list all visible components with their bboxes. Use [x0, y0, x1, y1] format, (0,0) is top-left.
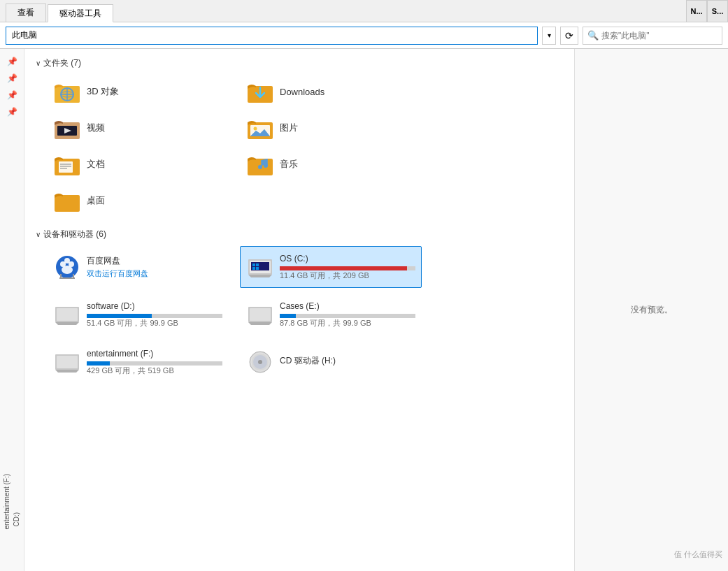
address-bar: 此电脑 ▾ ⟳ 🔍	[0, 22, 728, 49]
sidebar-label-cd: CD:)	[12, 474, 22, 526]
device-c-name: OS (C:)	[280, 254, 415, 263]
device-d-sub: 51.4 GB 可用，共 99.9 GB	[87, 318, 222, 328]
folder-downloads-label: Downloads	[280, 87, 324, 97]
folder-documents-icon	[53, 150, 81, 178]
pin-3[interactable]: 📌	[5, 88, 19, 102]
folder-desktop-icon	[53, 187, 81, 215]
device-cases-e[interactable]: Cases (E:) 87.8 GB 可用，共 99.9 GB	[240, 294, 422, 335]
folders-arrow: ∨	[36, 59, 41, 67]
svg-rect-25	[55, 195, 80, 212]
drive-c-icon	[246, 253, 274, 281]
device-e-info: Cases (E:) 87.8 GB 可用，共 99.9 GB	[280, 301, 415, 328]
svg-rect-44	[250, 308, 271, 321]
device-d-name: software (D:)	[87, 301, 222, 311]
svg-point-29	[64, 258, 70, 263]
svg-rect-37	[252, 263, 255, 266]
folder-3d[interactable]: 3D 对象	[47, 75, 229, 108]
tab-end-buttons: N... S...	[686, 0, 728, 22]
folders-section-title: 文件夹 (7)	[43, 57, 81, 69]
address-dropdown-button[interactable]: ▾	[542, 27, 556, 45]
tab-n-button[interactable]: N...	[686, 0, 707, 22]
device-entertainment-f[interactable]: entertainment (F:) 429 GB 可用，共 519 GB	[47, 341, 229, 383]
folder-videos-label: 视频	[87, 122, 105, 134]
left-sidebar: 📌 📌 📌 📌 entertainment (F:) CD:)	[0, 49, 24, 571]
tab-driver-tools[interactable]: 驱动器工具	[48, 4, 113, 22]
search-icon: 🔍	[587, 30, 599, 41]
title-bar: 查看 驱动器工具 N... S...	[0, 0, 728, 22]
baidu-name: 百度网盘	[87, 255, 222, 267]
tab-s-button[interactable]: S...	[707, 0, 728, 22]
folder-3d-icon	[53, 78, 81, 106]
device-cd-info: CD 驱动器 (H:)	[280, 355, 415, 370]
svg-rect-16	[59, 161, 73, 173]
drive-d-icon	[53, 301, 81, 328]
device-os-c[interactable]: OS (C:) 11.4 GB 可用，共 209 GB	[240, 246, 422, 288]
folder-grid: 3D 对象 Downloads	[36, 75, 563, 217]
no-preview-text: 没有预览。	[631, 304, 673, 316]
folder-documents[interactable]: 文档	[47, 147, 229, 181]
svg-point-49	[258, 360, 262, 364]
device-e-name: Cases (E:)	[280, 301, 415, 311]
folder-3d-label: 3D 对象	[87, 85, 119, 98]
drive-cd-icon	[246, 348, 274, 376]
svg-rect-39	[252, 267, 255, 270]
devices-section-header[interactable]: ∨ 设备和驱动器 (6)	[36, 229, 563, 240]
baidu-info: 百度网盘 双击运行百度网盘	[87, 255, 222, 279]
watermark: 值 什么值得买	[674, 549, 722, 560]
main-layout: 📌 📌 📌 📌 entertainment (F:) CD:) ∨ 文件夹 (7…	[0, 49, 728, 571]
folders-section-header[interactable]: ∨ 文件夹 (7)	[36, 57, 563, 69]
folder-videos[interactable]: 视频	[47, 111, 229, 145]
drive-e-icon	[246, 301, 274, 328]
pin-4[interactable]: 📌	[5, 105, 19, 119]
baidu-icon	[53, 253, 81, 281]
folder-pictures-icon	[246, 114, 274, 142]
folder-downloads-icon	[246, 78, 274, 106]
device-f-name: entertainment (F:)	[87, 349, 222, 359]
pin-2[interactable]: 📌	[5, 71, 19, 85]
device-e-sub: 87.8 GB 可用，共 99.9 GB	[280, 318, 415, 328]
baidu-sub: 双击运行百度网盘	[87, 268, 222, 279]
device-f-sub: 429 GB 可用，共 519 GB	[87, 366, 222, 376]
device-c-sub: 11.4 GB 可用，共 209 GB	[280, 270, 415, 281]
tab-view[interactable]: 查看	[6, 3, 46, 22]
drive-f-icon	[53, 348, 81, 376]
devices-arrow: ∨	[36, 231, 41, 238]
folder-music-label: 音乐	[280, 158, 298, 171]
folder-videos-icon	[53, 114, 81, 142]
folder-desktop[interactable]: 桌面	[47, 184, 229, 217]
device-c-info: OS (C:) 11.4 GB 可用，共 209 GB	[280, 254, 415, 281]
svg-point-13	[254, 127, 257, 131]
device-cd-h[interactable]: CD 驱动器 (H:)	[240, 341, 422, 383]
folder-downloads[interactable]: Downloads	[240, 75, 422, 108]
folder-documents-label: 文档	[87, 158, 105, 171]
content-area: ∨ 文件夹 (7) 3D 对象	[24, 49, 574, 571]
device-f-info: entertainment (F:) 429 GB 可用，共 519 GB	[87, 349, 222, 376]
device-baidu[interactable]: 百度网盘 双击运行百度网盘	[47, 246, 229, 288]
folder-music[interactable]: 音乐	[240, 147, 422, 181]
svg-rect-42	[57, 308, 78, 321]
folder-music-icon	[246, 150, 274, 178]
device-software-d[interactable]: software (D:) 51.4 GB 可用，共 99.9 GB	[47, 294, 229, 335]
device-d-info: software (D:) 51.4 GB 可用，共 99.9 GB	[87, 301, 222, 328]
preview-panel: 没有预览。	[574, 49, 728, 571]
svg-rect-46	[57, 356, 78, 368]
device-cd-name: CD 驱动器 (H:)	[280, 355, 415, 367]
folder-pictures[interactable]: 图片	[240, 111, 422, 145]
device-grid: 百度网盘 双击运行百度网盘	[36, 246, 563, 383]
pin-1[interactable]: 📌	[5, 55, 19, 68]
address-field[interactable]: 此电脑	[6, 27, 538, 45]
sidebar-label-entertainment: entertainment (F:)	[2, 474, 12, 529]
search-box[interactable]: 🔍	[583, 27, 722, 45]
devices-section-title: 设备和驱动器 (6)	[43, 229, 106, 240]
search-input[interactable]	[601, 31, 718, 41]
folder-desktop-label: 桌面	[87, 194, 105, 207]
svg-point-30	[62, 266, 73, 274]
svg-rect-40	[256, 267, 259, 270]
folder-pictures-label: 图片	[280, 122, 298, 134]
address-refresh-button[interactable]: ⟳	[560, 27, 578, 45]
svg-rect-38	[256, 263, 259, 266]
